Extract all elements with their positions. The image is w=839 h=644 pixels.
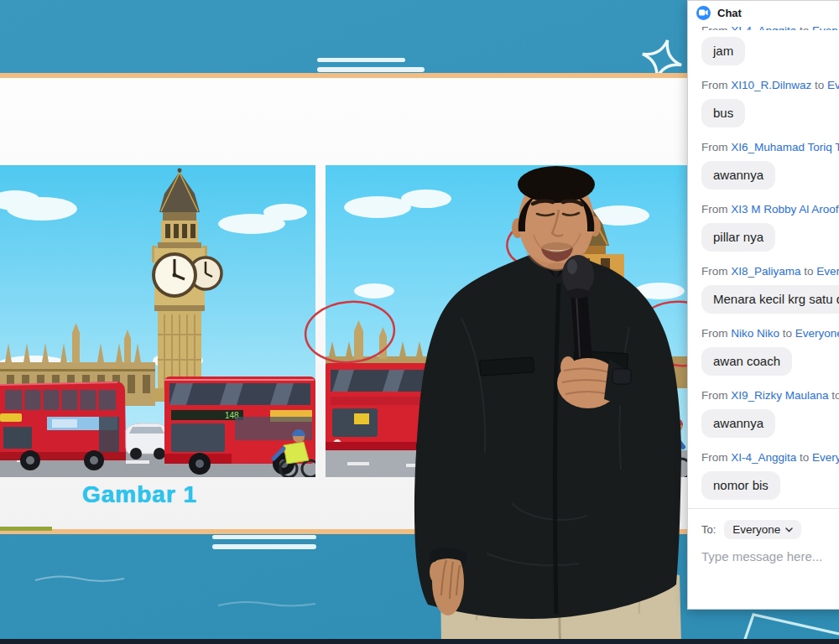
- chat-message-meta: From Niko Niko to Everyone: [701, 327, 839, 340]
- presenter-pants: [440, 568, 681, 644]
- chat-message: From XI9_Rizky Maulana to Everyoneawanny…: [701, 389, 839, 438]
- chat-header[interactable]: Chat: [688, 1, 839, 24]
- red-bus-left: [0, 382, 126, 470]
- chat-panel-title: Chat: [717, 7, 742, 19]
- chat-message: From XI3 M Robby Al Aroof to Everyonepil…: [701, 203, 839, 252]
- chat-message-meta: From XI9_Rizky Maulana to Everyone: [701, 389, 839, 402]
- deco-line: [317, 58, 405, 62]
- chat-message-bubble: jam: [701, 37, 745, 65]
- presenter-hand-down: [430, 547, 466, 615]
- video-bottom-edge: [0, 639, 839, 644]
- chat-message-list[interactable]: From XI-4_Anggita to EveryonejamFrom XI1…: [688, 24, 839, 508]
- zoom-meeting-window: 148: [0, 0, 839, 644]
- recipient-selector[interactable]: Everyone: [724, 520, 801, 539]
- chat-message: From Niko Niko to Everyoneawan coach: [701, 327, 839, 376]
- rooftop-right: [611, 356, 687, 388]
- deco-line: [317, 67, 425, 72]
- chat-message-bubble: awannya: [701, 409, 775, 438]
- chat-message-bubble: awannya: [701, 161, 775, 190]
- chat-message: From XI10_R.Dilnwaz to Everyonebus: [701, 79, 839, 127]
- deco-wave: [216, 597, 317, 610]
- right-photo-big-ben: [326, 165, 687, 477]
- chat-message: From XI6_Muhamad Toriq T. to Everyoneawa…: [701, 141, 839, 190]
- chat-message: From XI-4_Anggita to Everyonenomor bis: [701, 451, 839, 500]
- chat-message-meta: From XI8_Paliyama to Everyone: [701, 265, 839, 278]
- chat-message-bubble: bus: [701, 99, 745, 127]
- chat-message-meta: From XI3 M Robby Al Aroof to Everyone: [701, 203, 839, 216]
- recipient-label: To:: [701, 523, 716, 536]
- deco-wave: [34, 572, 126, 585]
- video-camera-icon: [696, 6, 711, 20]
- chat-message-bubble: nomor bis: [701, 471, 780, 500]
- deco-line: [212, 535, 316, 539]
- red-bus: [326, 363, 453, 457]
- chat-message-meta: From XI6_Muhamad Toriq T. to Everyone: [701, 141, 839, 154]
- chat-message: From XI8_Paliyama to EveryoneMenara keci…: [701, 265, 839, 314]
- road: [326, 450, 687, 477]
- deco-line: [212, 544, 316, 549]
- chat-message-bubble: awan coach: [701, 347, 792, 376]
- chevron-down-icon: [785, 527, 793, 532]
- recipient-selected: Everyone: [732, 523, 780, 536]
- chat-footer: To: Everyone: [688, 508, 839, 610]
- chat-message: From XI-4_Anggita to Everyonejam: [701, 24, 839, 65]
- chat-message-bubble: pillar nya: [701, 223, 775, 252]
- chat-message-meta: From XI-4_Anggita to Everyone: [701, 24, 839, 30]
- chat-message-meta: From XI10_R.Dilnwaz to Everyone: [701, 79, 839, 92]
- slide-green-accent: [0, 527, 52, 531]
- left-photo-big-ben: 148: [0, 165, 315, 477]
- chat-panel: Chat From XI-4_Anggita to EveryonejamFro…: [687, 0, 839, 610]
- slide-caption: Gambar 1: [82, 481, 197, 508]
- chat-message-input[interactable]: [701, 549, 839, 564]
- chat-message-meta: From XI-4_Anggita to Everyone: [701, 451, 839, 465]
- chat-message-bubble: Menara kecil krg satu d: [701, 285, 839, 314]
